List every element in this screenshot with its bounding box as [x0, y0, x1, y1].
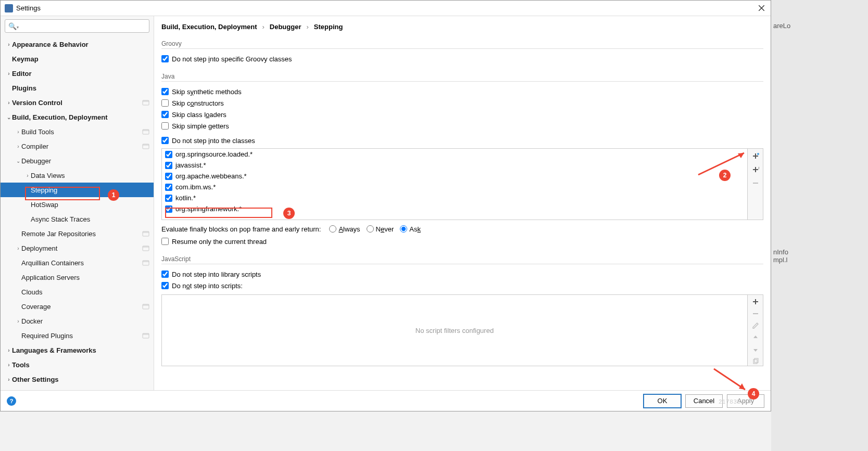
search-box[interactable]: 🔍▾	[5, 19, 149, 33]
class-filter-checkbox[interactable]	[165, 195, 172, 202]
class-filter-row[interactable]: org.apache.webbeans.*	[163, 171, 746, 182]
class-filter-row[interactable]: kotlin.*	[163, 192, 746, 203]
tree-item-arquillian-containers[interactable]: Arquillian Containers	[1, 255, 154, 270]
class-filter-row[interactable]: org.springsource.loaded.*	[163, 149, 746, 160]
tree-item-version-control[interactable]: ›Version Control	[1, 95, 154, 110]
tree-item-coverage[interactable]: Coverage	[1, 299, 154, 314]
expand-arrow-icon: ›	[15, 144, 21, 149]
label: Resume only the current thread	[172, 238, 267, 246]
tree-item-other-settings[interactable]: ›Other Settings	[1, 372, 154, 386]
tree-item-label: Plugins	[12, 84, 149, 92]
tree-item-build-tools[interactable]: ›Build Tools	[1, 124, 154, 139]
tree-item-debugger[interactable]: ⌄Debugger	[1, 153, 154, 168]
remove-class-button[interactable]	[750, 178, 761, 188]
search-input[interactable]	[21, 22, 146, 30]
java-skip-constructors-checkbox[interactable]	[161, 99, 169, 107]
radio-always[interactable]	[329, 225, 336, 233]
tree-item-docker[interactable]: ›Docker	[1, 314, 154, 328]
settings-tree[interactable]: ›Appearance & BehaviorKeymap›EditorPlugi…	[1, 36, 154, 390]
ok-button[interactable]: OK	[644, 394, 681, 408]
add-script-button[interactable]	[750, 297, 761, 306]
java-skip-synthetic-row[interactable]: Skip synthetic methods	[161, 86, 763, 97]
tree-item-remote-jar-repositories[interactable]: Remote Jar Repositories	[1, 226, 154, 241]
radio-ask[interactable]	[400, 225, 407, 233]
class-filter-list[interactable]: org.springsource.loaded.*javassist.*org.…	[162, 149, 747, 220]
tree-item-keymap[interactable]: Keymap	[1, 51, 154, 66]
project-scope-icon	[142, 143, 149, 150]
tree-item-stepping[interactable]: Stepping	[1, 183, 154, 197]
tree-item-hotswap[interactable]: HotSwap	[1, 197, 154, 212]
content-pane: Build, Execution, Deployment › Debugger …	[154, 16, 771, 390]
tree-item-clouds[interactable]: Clouds	[1, 285, 154, 299]
js-donotstep-scripts-row[interactable]: Do not step into scripts:	[161, 280, 763, 291]
move-up-button[interactable]	[750, 333, 761, 342]
groovy-donotstep-checkbox[interactable]	[161, 55, 169, 62]
tree-item-data-views[interactable]: ›Data Views	[1, 168, 154, 183]
tree-item-compiler[interactable]: ›Compiler	[1, 139, 154, 153]
expand-arrow-icon: ›	[24, 173, 31, 178]
class-filter-label: javassist.*	[175, 161, 206, 169]
remove-script-button[interactable]	[750, 309, 761, 318]
tree-item-deployment[interactable]: ›Deployment	[1, 241, 154, 255]
class-filter-checkbox[interactable]	[165, 184, 172, 191]
js-donotstep-scripts-checkbox[interactable]	[161, 282, 169, 289]
sidebar: 🔍▾ ›Appearance & BehaviorKeymap›EditorPl…	[1, 16, 154, 390]
tree-item-build-execution-deployment[interactable]: ⌄Build, Execution, Deployment	[1, 110, 154, 124]
tree-item-plugins[interactable]: Plugins	[1, 81, 154, 95]
close-button[interactable]	[756, 3, 766, 14]
groovy-donotstep-row[interactable]: Do not step into specific Groovy classes	[161, 53, 763, 65]
project-scope-icon	[142, 128, 149, 135]
tree-item-editor[interactable]: ›Editor	[1, 66, 154, 81]
expand-arrow-icon: ›	[6, 71, 12, 76]
java-donotstep-classes-checkbox[interactable]	[161, 137, 169, 144]
js-donotstep-lib-checkbox[interactable]	[161, 270, 169, 278]
tree-item-application-servers[interactable]: Application Servers	[1, 270, 154, 285]
pencil-icon	[752, 322, 759, 329]
tree-item-languages-frameworks[interactable]: ›Languages & Frameworks	[1, 343, 154, 357]
js-donotstep-lib-row[interactable]: Do not step into library scripts	[161, 268, 763, 280]
add-pattern-button[interactable]: ?	[750, 164, 761, 175]
class-filter-row[interactable]: com.ibm.ws.*	[163, 182, 746, 192]
label: Ask	[409, 225, 421, 233]
java-skip-classloaders-checkbox[interactable]	[161, 111, 169, 118]
move-down-button[interactable]	[750, 345, 761, 354]
expand-arrow-icon: ›	[6, 100, 12, 106]
add-class-button[interactable]	[750, 151, 761, 161]
edit-script-button[interactable]	[750, 321, 761, 330]
bg-text: mpl.l	[773, 256, 868, 264]
resume-current-checkbox[interactable]	[161, 238, 169, 245]
help-button[interactable]: ?	[7, 396, 16, 406]
eval-finally-ask[interactable]: Ask	[400, 225, 421, 233]
project-scope-icon	[142, 259, 149, 266]
class-filter-row[interactable]: javassist.*	[163, 160, 746, 171]
class-filter-checkbox[interactable]	[165, 205, 172, 213]
radio-never[interactable]	[367, 225, 374, 233]
java-skip-getters-row[interactable]: Skip simple getters	[161, 120, 763, 132]
cancel-button[interactable]: Cancel	[685, 394, 723, 408]
class-filter-row[interactable]: org.springframework.*	[163, 203, 746, 214]
titlebar: Settings	[1, 1, 771, 16]
java-skip-constructors-row[interactable]: Skip constructors	[161, 97, 763, 109]
svg-point-24	[757, 153, 759, 155]
eval-finally-always[interactable]: Always	[329, 225, 360, 233]
tree-item-tools[interactable]: ›Tools	[1, 357, 154, 372]
tree-item-required-plugins[interactable]: Required Plugins	[1, 328, 154, 343]
tree-item-appearance-behavior[interactable]: ›Appearance & Behavior	[1, 37, 154, 51]
tree-item-label: Keymap	[12, 55, 149, 63]
expand-arrow-icon: ›	[6, 42, 12, 47]
java-skip-getters-checkbox[interactable]	[161, 122, 169, 130]
java-skip-classloaders-row[interactable]: Skip class loaders	[161, 109, 763, 120]
class-filter-checkbox[interactable]	[165, 162, 172, 169]
class-filter-checkbox[interactable]	[165, 151, 172, 158]
script-filter-list[interactable]: No script filters configured	[162, 295, 747, 366]
java-skip-synthetic-checkbox[interactable]	[161, 88, 169, 95]
tree-item-label: Debugger	[21, 157, 149, 165]
copy-button[interactable]	[750, 357, 761, 366]
eval-finally-never[interactable]: Never	[367, 225, 394, 233]
eval-finally-label: Evaluate finally blocks on pop frame and…	[161, 225, 321, 233]
resume-current-row[interactable]: Resume only the current thread	[161, 236, 763, 247]
class-filter-checkbox[interactable]	[165, 173, 172, 180]
tree-item-async-stack-traces[interactable]: Async Stack Traces	[1, 212, 154, 226]
java-donotstep-classes-row[interactable]: Do not step into the classes	[161, 135, 763, 146]
bg-text: areLo	[773, 22, 868, 30]
